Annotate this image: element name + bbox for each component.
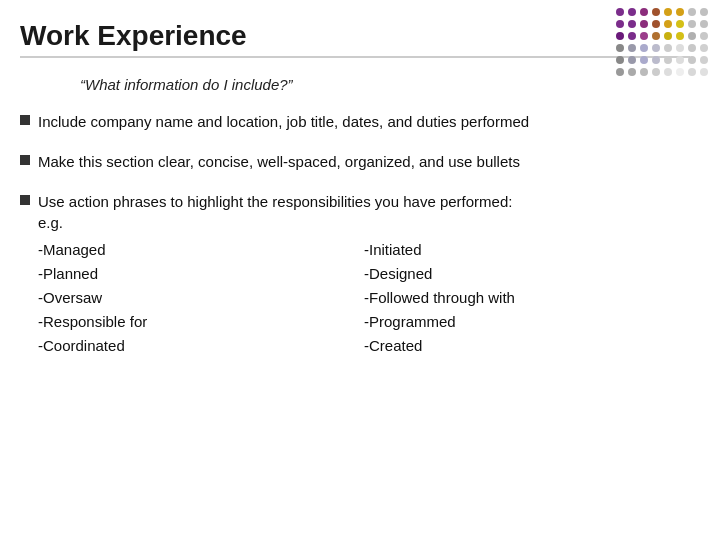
bullet-square-icon xyxy=(20,115,30,125)
dot-grid-decoration xyxy=(616,8,710,78)
dot-11 xyxy=(652,20,660,28)
dot-13 xyxy=(676,20,684,28)
action-left-item: -Oversaw xyxy=(38,286,364,310)
dot-42 xyxy=(640,68,648,76)
dot-20 xyxy=(664,32,672,40)
action-right-item: -Programmed xyxy=(364,310,690,334)
bullet-2-text: Make this section clear, concise, well-s… xyxy=(38,151,690,173)
dot-43 xyxy=(652,68,660,76)
dot-0 xyxy=(616,8,624,16)
dot-37 xyxy=(676,56,684,64)
dot-7 xyxy=(700,8,708,16)
bullet-1-text: Include company name and location, job t… xyxy=(38,111,690,133)
dot-26 xyxy=(640,44,648,52)
dot-25 xyxy=(628,44,636,52)
action-intro: e.g. xyxy=(38,214,63,231)
action-right-item: -Created xyxy=(364,334,690,358)
dot-3 xyxy=(652,8,660,16)
bullet-square-icon xyxy=(20,195,30,205)
action-col-right: -Initiated-Designed-Followed through wit… xyxy=(364,238,690,358)
dot-46 xyxy=(688,68,696,76)
bullet-square-icon xyxy=(20,155,30,165)
dot-17 xyxy=(628,32,636,40)
action-right-item: -Initiated xyxy=(364,238,690,262)
dot-45 xyxy=(676,68,684,76)
bullet-2: Make this section clear, concise, well-s… xyxy=(20,151,690,173)
dot-31 xyxy=(700,44,708,52)
dot-9 xyxy=(628,20,636,28)
dot-5 xyxy=(676,8,684,16)
dot-1 xyxy=(628,8,636,16)
action-columns: -Managed-Planned-Oversaw-Responsible for… xyxy=(38,238,690,358)
dot-33 xyxy=(628,56,636,64)
dot-14 xyxy=(688,20,696,28)
dot-4 xyxy=(664,8,672,16)
bullet-3-text: Use action phrases to highlight the resp… xyxy=(38,191,690,359)
bullet-1: Include company name and location, job t… xyxy=(20,111,690,133)
dot-39 xyxy=(700,56,708,64)
dot-18 xyxy=(640,32,648,40)
action-left-item: -Coordinated xyxy=(38,334,364,358)
bullet-3: Use action phrases to highlight the resp… xyxy=(20,191,690,359)
dot-30 xyxy=(688,44,696,52)
action-col-left: -Managed-Planned-Oversaw-Responsible for… xyxy=(38,238,364,358)
dot-36 xyxy=(664,56,672,64)
dot-6 xyxy=(688,8,696,16)
dot-24 xyxy=(616,44,624,52)
dot-21 xyxy=(676,32,684,40)
dot-27 xyxy=(652,44,660,52)
dot-22 xyxy=(688,32,696,40)
action-left-item: -Responsible for xyxy=(38,310,364,334)
action-left-item: -Managed xyxy=(38,238,364,262)
dot-28 xyxy=(664,44,672,52)
dot-38 xyxy=(688,56,696,64)
action-left-item: -Planned xyxy=(38,262,364,286)
dot-2 xyxy=(640,8,648,16)
slide: Work Experience “What information do I i… xyxy=(0,0,720,540)
page-title: Work Experience xyxy=(20,20,690,58)
action-right-item: -Designed xyxy=(364,262,690,286)
dot-32 xyxy=(616,56,624,64)
dot-44 xyxy=(664,68,672,76)
subtitle: “What information do I include?” xyxy=(80,76,690,93)
dot-41 xyxy=(628,68,636,76)
action-right-item: -Followed through with xyxy=(364,286,690,310)
dot-10 xyxy=(640,20,648,28)
dot-29 xyxy=(676,44,684,52)
dot-19 xyxy=(652,32,660,40)
dot-34 xyxy=(640,56,648,64)
dot-47 xyxy=(700,68,708,76)
dot-12 xyxy=(664,20,672,28)
dot-23 xyxy=(700,32,708,40)
dot-40 xyxy=(616,68,624,76)
dot-16 xyxy=(616,32,624,40)
dot-8 xyxy=(616,20,624,28)
dot-15 xyxy=(700,20,708,28)
dot-35 xyxy=(652,56,660,64)
